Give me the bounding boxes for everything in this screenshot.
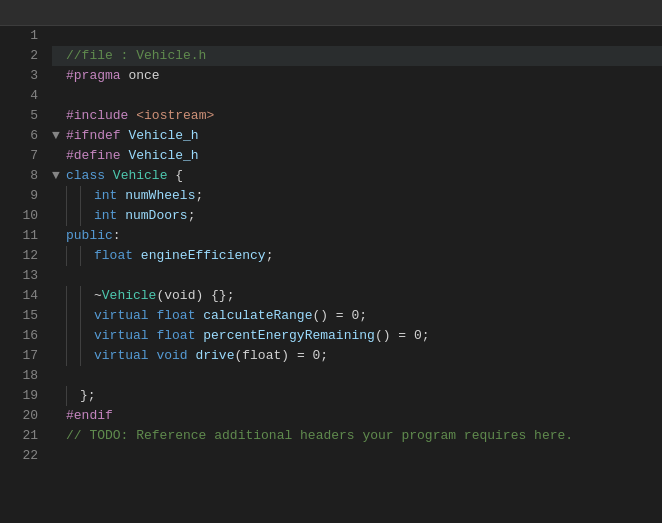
code-token: //file : Vehicle.h — [66, 46, 206, 66]
code-token — [149, 326, 157, 346]
code-token: #ifndef — [66, 126, 121, 146]
fold-indicator — [52, 246, 66, 266]
fold-indicator — [52, 226, 66, 246]
code-token: engineEfficiency — [141, 246, 266, 266]
code-token — [121, 146, 129, 166]
code-line: virtual void drive(float) = 0; — [52, 346, 662, 366]
line-number: 4 — [0, 86, 38, 106]
code-token: ; — [195, 186, 203, 206]
line-number: 16 — [0, 326, 38, 346]
title-bar — [0, 0, 662, 26]
code-token: // TODO: Reference additional headers yo… — [66, 426, 573, 446]
indent-guide — [66, 246, 80, 266]
indent-guide — [66, 206, 80, 226]
code-line — [52, 446, 662, 466]
code-token: Vehicle_h — [128, 146, 198, 166]
code-token: #pragma — [66, 66, 121, 86]
indent-guide — [80, 346, 94, 366]
code-token: ; — [266, 246, 274, 266]
code-token: #include — [66, 106, 128, 126]
fold-indicator — [52, 266, 66, 286]
code-line: ▼#ifndef Vehicle_h — [52, 126, 662, 146]
code-content[interactable]: //file : Vehicle.h #pragma once #include… — [48, 26, 662, 523]
code-line — [52, 366, 662, 386]
indent-guide — [66, 306, 80, 326]
code-token: ~ — [94, 286, 102, 306]
fold-indicator — [52, 286, 66, 306]
code-line: ~Vehicle(void) {}; — [52, 286, 662, 306]
code-line: virtual float percentEnergyRemaining() =… — [52, 326, 662, 346]
fold-indicator[interactable]: ▼ — [52, 126, 66, 146]
code-line: int numDoors; — [52, 206, 662, 226]
fold-indicator — [52, 446, 66, 466]
fold-indicator — [52, 406, 66, 426]
fold-indicator — [52, 346, 66, 366]
code-token: float — [156, 306, 195, 326]
indent-guide — [66, 326, 80, 346]
code-token: (void) {}; — [156, 286, 234, 306]
fold-indicator — [52, 326, 66, 346]
code-token — [117, 206, 125, 226]
line-number: 6 — [0, 126, 38, 146]
code-line — [52, 26, 662, 46]
code-token: virtual — [94, 306, 149, 326]
code-token: int — [94, 206, 117, 226]
fold-indicator — [52, 426, 66, 446]
code-token: Vehicle_h — [128, 126, 198, 146]
fold-indicator — [52, 206, 66, 226]
fold-indicator — [52, 26, 66, 46]
code-line: }; — [52, 386, 662, 406]
code-line: float engineEfficiency; — [52, 246, 662, 266]
editor-area: 12345678910111213141516171819202122 //fi… — [0, 26, 662, 523]
code-token — [195, 326, 203, 346]
fold-indicator — [52, 106, 66, 126]
indent-guide — [80, 246, 94, 266]
code-token: Vehicle — [102, 286, 157, 306]
fold-indicator[interactable]: ▼ — [52, 166, 66, 186]
indent-guide — [80, 186, 94, 206]
indent-guide — [80, 206, 94, 226]
indent-guide — [80, 286, 94, 306]
code-token: float — [94, 246, 133, 266]
indent-guide — [66, 346, 80, 366]
code-token: #endif — [66, 406, 113, 426]
fold-indicator — [52, 46, 66, 66]
code-token: drive — [195, 346, 234, 366]
line-number: 9 — [0, 186, 38, 206]
fold-indicator — [52, 186, 66, 206]
code-token: virtual — [94, 346, 149, 366]
code-line: public: — [52, 226, 662, 246]
line-number: 21 — [0, 426, 38, 446]
line-number: 3 — [0, 66, 38, 86]
line-number: 15 — [0, 306, 38, 326]
line-number: 7 — [0, 146, 38, 166]
line-number: 17 — [0, 346, 38, 366]
line-number: 13 — [0, 266, 38, 286]
code-token: ; — [188, 206, 196, 226]
code-line: #include <iostream> — [52, 106, 662, 126]
code-token: { — [167, 166, 183, 186]
line-number: 5 — [0, 106, 38, 126]
code-token: () = 0; — [312, 306, 367, 326]
fold-indicator — [52, 386, 66, 406]
code-token — [133, 246, 141, 266]
code-line: // TODO: Reference additional headers yo… — [52, 426, 662, 446]
fold-indicator — [52, 366, 66, 386]
code-token — [188, 346, 196, 366]
indent-guide — [80, 326, 94, 346]
code-line: #define Vehicle_h — [52, 146, 662, 166]
code-token: <iostream> — [136, 106, 214, 126]
code-line: //file : Vehicle.h — [52, 46, 662, 66]
indent-guide — [80, 306, 94, 326]
line-number: 20 — [0, 406, 38, 426]
code-line: virtual float calculateRange() = 0; — [52, 306, 662, 326]
code-token: }; — [80, 386, 96, 406]
code-token — [149, 306, 157, 326]
code-token: () = 0; — [375, 326, 430, 346]
code-token: void — [156, 346, 187, 366]
code-token: calculateRange — [203, 306, 312, 326]
code-token: numDoors — [125, 206, 187, 226]
code-token: once — [121, 66, 160, 86]
line-number: 12 — [0, 246, 38, 266]
code-token: virtual — [94, 326, 149, 346]
